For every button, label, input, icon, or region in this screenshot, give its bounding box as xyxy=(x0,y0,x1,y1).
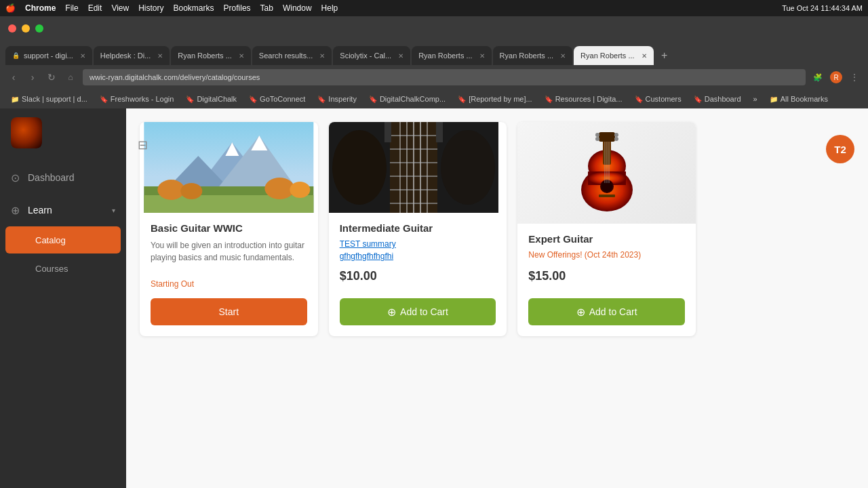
bookmark-dashboard[interactable]: 🔖Dashboard xyxy=(688,92,747,106)
svg-point-35 xyxy=(595,137,599,141)
dashboard-icon: ⊙ xyxy=(11,171,20,184)
apple-menu[interactable]: 🍎 xyxy=(5,3,16,13)
plus-icon: ⊕ xyxy=(387,306,396,319)
sidebar-item-catalog[interactable]: Catalog xyxy=(5,226,121,253)
add-to-cart-button-expert[interactable]: ⊕ Add to Cart xyxy=(528,298,685,325)
menu-bookmarks[interactable]: Bookmarks xyxy=(174,3,214,13)
bookmark-all[interactable]: 📁All Bookmarks xyxy=(764,92,833,106)
course-price-intermediate: $10.00 xyxy=(340,269,496,283)
course-body-basic-guitar: Basic Guitar WWIC You will be given an i… xyxy=(140,213,318,298)
bookmark-insperity[interactable]: 🔖Insperity xyxy=(312,92,362,106)
tab-1[interactable]: 🔒support - digi...✕ xyxy=(5,46,92,65)
tab-3[interactable]: Ryan Roberts ...✕ xyxy=(171,46,250,65)
course-title-intermediate-guitar: Intermediate Guitar xyxy=(340,222,496,234)
titlebar xyxy=(0,16,868,41)
course-summary-link[interactable]: TEST summary xyxy=(340,239,496,249)
address-text: wwic-ryan.digitalchalk.com/delivery/cata… xyxy=(90,73,260,81)
sidebar-label-catalog: Catalog xyxy=(35,235,66,245)
sidebar-item-dashboard[interactable]: ⊙ Dashboard xyxy=(0,163,126,192)
address-field[interactable]: wwic-ryan.digitalchalk.com/delivery/cata… xyxy=(83,69,806,85)
extensions-button[interactable]: 🧩 xyxy=(811,70,825,84)
user-avatar[interactable]: T2 xyxy=(826,135,854,163)
menu-profiles[interactable]: Profiles xyxy=(224,3,251,13)
svg-point-11 xyxy=(290,182,310,198)
bookmark-customers[interactable]: 🔖Customers xyxy=(629,92,687,106)
bookmark-gotoconnect[interactable]: 🔖GoToConnect xyxy=(243,92,311,106)
menu-view[interactable]: View xyxy=(111,3,129,13)
tab-6[interactable]: Ryan Roberts ...✕ xyxy=(412,46,491,65)
menu-window[interactable]: Window xyxy=(283,3,312,13)
bookmark-digitalchalkcomp[interactable]: 🔖DigitalChalkComp... xyxy=(363,92,451,106)
menu-tab[interactable]: Tab xyxy=(260,3,273,13)
home-button[interactable]: ⌂ xyxy=(64,70,77,84)
sidebar-logo xyxy=(11,117,42,148)
tab-4[interactable]: Search results...✕ xyxy=(252,46,332,65)
svg-rect-33 xyxy=(599,132,615,142)
menu-edit[interactable]: Edit xyxy=(88,3,102,13)
course-body-expert-guitar: Expert Guitar New Offerings! (Oct 24th 2… xyxy=(517,224,696,298)
course-footer-basic-guitar: Start xyxy=(140,298,318,336)
back-button[interactable]: ‹ xyxy=(7,70,20,84)
start-button-basic-guitar[interactable]: Start xyxy=(151,298,307,325)
sidebar: ⊙ Dashboard ⊕ Learn ▾ Catalog Courses xyxy=(0,108,126,488)
traffic-light-maximize[interactable] xyxy=(35,24,43,33)
course-price-expert: $15.00 xyxy=(528,269,685,283)
menu-file[interactable]: File xyxy=(65,3,78,13)
chevron-down-icon: ▾ xyxy=(112,207,115,214)
menu-button[interactable]: ⋮ xyxy=(848,70,861,84)
reload-button[interactable]: ↻ xyxy=(45,70,58,84)
course-image-mountain xyxy=(140,122,318,213)
profile-button[interactable]: R xyxy=(830,71,842,83)
course-card-intermediate-guitar: Intermediate Guitar TEST summary gfhgfhg… xyxy=(329,122,507,336)
menubar-datetime: Tue Oct 24 11:44:34 AM xyxy=(782,4,863,12)
forward-button[interactable]: › xyxy=(26,70,39,84)
sidebar-nav: ⊙ Dashboard ⊕ Learn ▾ Catalog Courses xyxy=(0,157,126,488)
svg-rect-25 xyxy=(384,122,391,142)
bookmark-resources[interactable]: 🔖Resources | Digita... xyxy=(539,92,628,106)
tab-7[interactable]: Ryan Roberts ...✕ xyxy=(493,46,572,65)
add-to-cart-label-intermediate: Add to Cart xyxy=(400,306,448,317)
bookmark-more[interactable]: » xyxy=(748,92,763,106)
bookmark-slack[interactable]: 📁Slack | support | d... xyxy=(5,92,93,106)
svg-point-27 xyxy=(332,130,387,205)
sidebar-toggle[interactable]: ⊟ xyxy=(133,136,152,155)
menubar: 🍎 Chrome File Edit View History Bookmark… xyxy=(0,0,868,16)
bookmarksbar: 📁Slack | support | d... 🔖Freshworks - Lo… xyxy=(0,89,868,108)
avatar-initials: T2 xyxy=(834,144,846,155)
svg-rect-43 xyxy=(599,195,615,197)
course-image-guitar xyxy=(329,122,507,213)
sidebar-logo-image xyxy=(11,117,42,148)
svg-point-37 xyxy=(614,137,618,141)
tab-2[interactable]: Helpdesk : Di...✕ xyxy=(94,46,170,65)
tab-5[interactable]: Sciolytix - Cal...✕ xyxy=(333,46,410,65)
course-title-basic-guitar: Basic Guitar WWIC xyxy=(151,222,307,234)
main-content: Basic Guitar WWIC You will be given an i… xyxy=(126,108,868,488)
sidebar-item-courses[interactable]: Courses xyxy=(5,255,121,282)
svg-point-36 xyxy=(614,133,618,137)
bookmark-freshworks[interactable]: 🔖Freshworks - Login xyxy=(94,92,180,106)
bookmark-digitalchalk[interactable]: 🔖DigitalChalk xyxy=(180,92,242,106)
course-extra-link[interactable]: gfhgfhgfhfhgfhi xyxy=(340,251,496,261)
new-tab-button[interactable]: + xyxy=(655,46,674,65)
menu-history[interactable]: History xyxy=(138,3,163,13)
sidebar-header xyxy=(0,108,126,157)
sidebar-section-learn: ⊕ Learn ▾ Catalog Courses xyxy=(0,192,126,286)
bookmark-reported[interactable]: 🔖[Reported by me]... xyxy=(452,92,538,106)
course-grid: Basic Guitar WWIC You will be given an i… xyxy=(140,122,696,336)
menu-chrome[interactable]: Chrome xyxy=(25,3,56,13)
course-card-expert-guitar: Expert Guitar New Offerings! (Oct 24th 2… xyxy=(517,122,696,336)
sidebar-section-learn-header[interactable]: ⊕ Learn ▾ xyxy=(0,195,126,225)
traffic-light-close[interactable] xyxy=(8,24,16,33)
svg-point-8 xyxy=(157,180,184,200)
add-to-cart-label-expert: Add to Cart xyxy=(589,306,637,317)
tab-8-active[interactable]: Ryan Roberts ...✕ xyxy=(574,46,653,65)
course-footer-expert-guitar: ⊕ Add to Cart xyxy=(517,298,696,336)
svg-point-34 xyxy=(595,133,599,137)
sidebar-label-dashboard: Dashboard xyxy=(28,172,75,183)
course-new-offering: New Offerings! (Oct 24th 2023) xyxy=(528,250,685,260)
add-to-cart-button-intermediate[interactable]: ⊕ Add to Cart xyxy=(340,298,496,325)
course-description-basic-guitar: You will be given an introduction into g… xyxy=(151,239,307,274)
traffic-light-minimize[interactable] xyxy=(22,24,30,33)
course-status-basic-guitar: Starting Out xyxy=(151,279,307,289)
menu-help[interactable]: Help xyxy=(321,3,338,13)
